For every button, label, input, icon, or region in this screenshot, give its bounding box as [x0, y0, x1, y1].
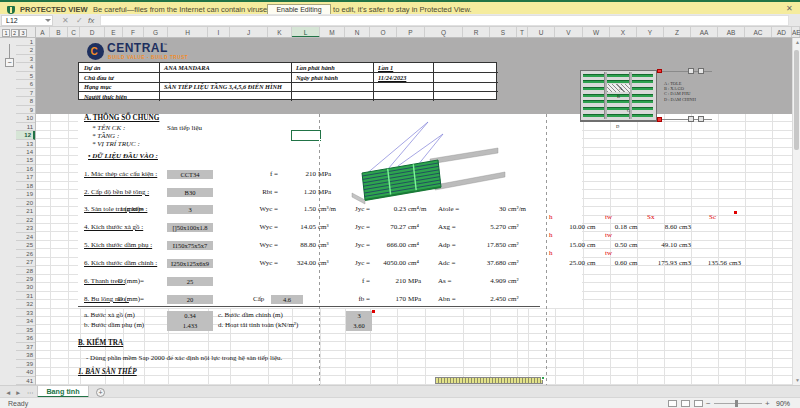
param-c-value[interactable]: 3: [346, 311, 372, 321]
row-header-38[interactable]: 38: [16, 351, 35, 359]
column-header-Y[interactable]: Y: [637, 27, 664, 38]
column-header-L[interactable]: L: [292, 27, 320, 38]
row-header-14[interactable]: 14: [16, 148, 35, 156]
row-header-30[interactable]: 30: [16, 283, 35, 291]
column-header-AD[interactable]: AD: [772, 27, 792, 38]
row-header-4[interactable]: 4: [16, 63, 35, 71]
input-row-8-value[interactable]: 20: [167, 295, 213, 304]
row-header-3[interactable]: 3: [16, 55, 35, 63]
column-header-A[interactable]: A: [36, 27, 50, 38]
column-header-F[interactable]: F: [123, 27, 144, 38]
column-header-R[interactable]: R: [463, 27, 490, 38]
column-header-O[interactable]: O: [370, 27, 397, 38]
zoom-slider-thumb[interactable]: [735, 400, 738, 407]
input-row-7-value[interactable]: 25: [167, 277, 213, 286]
row-header-33[interactable]: 33: [16, 309, 35, 317]
tab-nav-right-icon[interactable]: ►: [15, 388, 21, 397]
column-header-S[interactable]: S: [490, 27, 517, 38]
row-header-24[interactable]: 24: [16, 233, 35, 241]
column-header-M[interactable]: M: [320, 27, 345, 38]
normal-view-button[interactable]: [668, 400, 677, 407]
row-header-15[interactable]: 15: [16, 156, 35, 164]
row-header-11[interactable]: 11: [16, 123, 35, 131]
column-header-W[interactable]: W: [583, 27, 610, 38]
column-header-G[interactable]: G: [144, 27, 168, 38]
row-header-20[interactable]: 20: [16, 199, 35, 207]
scroll-up-icon[interactable]: ▲: [795, 39, 800, 45]
input-row-8-cap_value[interactable]: 4.6: [271, 295, 303, 304]
enable-editing-button[interactable]: Enable Editing: [267, 4, 331, 15]
param-b-value[interactable]: 1.433: [167, 321, 213, 331]
row-header-6[interactable]: 6: [16, 80, 35, 88]
column-header-E[interactable]: E: [105, 27, 123, 38]
input-row-6-value[interactable]: I250x125x6x9: [167, 259, 213, 268]
row-header-9[interactable]: 9: [16, 106, 35, 114]
column-header-T[interactable]: T: [517, 27, 528, 38]
page-break-view-button[interactable]: [694, 400, 703, 407]
row-header-19[interactable]: 19: [16, 190, 35, 198]
column-header-P[interactable]: P: [397, 27, 425, 38]
tab-nav-left-icon[interactable]: ◄: [5, 388, 11, 397]
row-header-1[interactable]: 1: [16, 38, 35, 46]
column-header-AB[interactable]: AB: [718, 27, 745, 38]
cancel-icon[interactable]: ✕: [62, 15, 69, 26]
row-header-25[interactable]: 25: [16, 241, 35, 249]
column-header-X[interactable]: X: [610, 27, 637, 38]
chevron-down-icon[interactable]: [45, 19, 51, 22]
column-header-AA[interactable]: AA: [691, 27, 718, 38]
row-header-8[interactable]: 8: [16, 97, 35, 105]
row-header-39[interactable]: 39: [16, 360, 35, 368]
outline-collapse-button[interactable]: −: [5, 58, 14, 67]
column-header-J[interactable]: J: [230, 27, 268, 38]
row-header-13[interactable]: 13: [16, 140, 35, 148]
param-a-value[interactable]: 0.34: [167, 311, 213, 321]
row-header-36[interactable]: 36: [16, 334, 35, 342]
row-header-32[interactable]: 32: [16, 300, 35, 308]
enter-icon[interactable]: ✓: [76, 15, 83, 26]
row-header-31[interactable]: 31: [16, 292, 35, 300]
sheet-grid[interactable]: CENTRAL ™ BUILD VALUE - BUILD TRUST Dự á…: [36, 38, 792, 385]
column-header-N[interactable]: N: [345, 27, 370, 38]
row-header-10[interactable]: 10: [16, 114, 35, 122]
row-header-34[interactable]: 34: [16, 317, 35, 325]
fill-handle[interactable]: [319, 139, 322, 142]
input-row-5-value[interactable]: I150x75x5x7: [167, 241, 213, 250]
add-sheet-button[interactable]: +: [96, 388, 105, 397]
row-header-37[interactable]: 37: [16, 343, 35, 351]
column-header-B[interactable]: B: [50, 27, 68, 38]
row-header-21[interactable]: 21: [16, 207, 35, 215]
row-header-16[interactable]: 16: [16, 165, 35, 173]
row-header-7[interactable]: 7: [16, 89, 35, 97]
zoom-in-icon[interactable]: +: [765, 399, 770, 408]
row-header-41[interactable]: 41: [16, 377, 35, 385]
column-header-AC[interactable]: AC: [745, 27, 772, 38]
column-header-K[interactable]: K: [268, 27, 292, 38]
column-header-Q[interactable]: Q: [425, 27, 463, 38]
page-layout-view-button[interactable]: [681, 400, 690, 407]
input-row-2-value[interactable]: B30: [167, 188, 213, 197]
column-header-H[interactable]: H: [168, 27, 208, 38]
row-header-5[interactable]: 5: [16, 72, 35, 80]
column-header-C[interactable]: C: [68, 27, 80, 38]
column-header-I[interactable]: I: [208, 27, 230, 38]
tab-ellipsis[interactable]: ⋯: [27, 388, 34, 397]
close-icon[interactable]: ✕: [786, 4, 793, 14]
vertical-scroll-thumb[interactable]: [794, 50, 799, 150]
row-header-17[interactable]: 17: [16, 173, 35, 181]
column-header-U[interactable]: U: [528, 27, 555, 38]
row-header-2[interactable]: 2: [16, 46, 35, 54]
scroll-down-icon[interactable]: ▼: [795, 377, 800, 383]
input-row-3-value[interactable]: 3: [167, 205, 213, 214]
input-row-4-value[interactable]: []50x100x1.8: [167, 223, 213, 232]
column-header-D[interactable]: D: [80, 27, 105, 38]
row-header-35[interactable]: 35: [16, 326, 35, 334]
param-d-value[interactable]: 3.60: [346, 321, 372, 331]
row-header-18[interactable]: 18: [16, 182, 35, 190]
zoom-level[interactable]: 90%: [776, 399, 790, 408]
row-header-26[interactable]: 26: [16, 250, 35, 258]
row-header-22[interactable]: 22: [16, 216, 35, 224]
zoom-slider-track[interactable]: [714, 403, 762, 404]
row-header-23[interactable]: 23: [16, 224, 35, 232]
column-header-AE[interactable]: AE: [792, 27, 800, 38]
formula-input[interactable]: [100, 15, 789, 26]
